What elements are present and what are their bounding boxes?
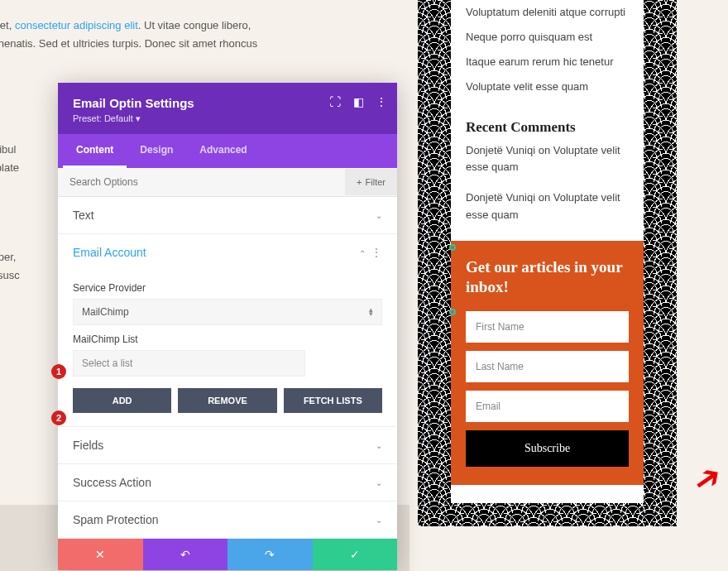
section-more-icon[interactable]: ⋮ bbox=[371, 246, 382, 259]
section-success-action[interactable]: Success Action ⌄ bbox=[58, 464, 397, 501]
preset-dropdown[interactable]: Preset: Default ▾ bbox=[73, 113, 382, 124]
redo-button[interactable]: ↷ bbox=[228, 539, 313, 570]
columns-icon[interactable]: ◧ bbox=[352, 96, 364, 108]
chevron-down-icon: ⌄ bbox=[376, 516, 382, 525]
panel-tabs: Content Design Advanced bbox=[58, 134, 397, 168]
check-icon: ✓ bbox=[350, 548, 360, 561]
annotation-arrow-icon: ➔ bbox=[685, 454, 728, 501]
close-icon: ✕ bbox=[95, 548, 105, 561]
expand-icon[interactable]: ⛶ bbox=[329, 96, 341, 108]
sidebar-post-list: Voluptatum deleniti atque corrupti Neque… bbox=[451, 0, 644, 108]
chevron-up-icon: ⌃ bbox=[359, 249, 366, 258]
add-button[interactable]: ADD bbox=[73, 388, 171, 413]
section-email-account[interactable]: Email Account ⌃⋮ bbox=[58, 234, 397, 271]
fetch-lists-button[interactable]: FETCH LISTS bbox=[284, 388, 382, 413]
list-item[interactable]: Voluptate velit esse quam bbox=[466, 74, 629, 99]
recent-comments-heading: Recent Comments bbox=[451, 108, 644, 142]
cancel-button[interactable]: ✕ bbox=[58, 539, 143, 570]
redo-icon: ↷ bbox=[265, 548, 275, 561]
body-link[interactable]: consectetur adipiscing elit bbox=[15, 19, 138, 31]
mailchimp-list-label: MailChimp List bbox=[73, 333, 382, 345]
section-fields[interactable]: Fields ⌄ bbox=[58, 427, 397, 463]
service-provider-select[interactable]: MailChimp ▴▾ bbox=[73, 299, 382, 325]
service-provider-label: Service Provider bbox=[73, 282, 382, 294]
edit-handle-icon[interactable] bbox=[449, 309, 456, 315]
tab-content[interactable]: Content bbox=[63, 134, 127, 168]
annotation-badge-1: 1 bbox=[51, 364, 66, 379]
select-arrows-icon: ▴▾ bbox=[369, 308, 373, 316]
search-input[interactable] bbox=[58, 168, 345, 196]
sidebar-content: Voluptatum deleniti atque corrupti Neque… bbox=[451, 0, 644, 503]
chevron-down-icon: ⌄ bbox=[376, 211, 382, 220]
chevron-down-icon: ⌄ bbox=[376, 478, 382, 487]
optin-title: Get our articles in your inbox! bbox=[466, 257, 629, 298]
annotation-badge-2: 2 bbox=[51, 410, 66, 425]
comment-item[interactable]: Donjetë Vuniqi on Voluptate velit esse q… bbox=[451, 190, 644, 224]
list-item[interactable]: Neque porro quisquam est bbox=[466, 25, 629, 50]
panel-header[interactable]: Email Optin Settings Preset: Default ▾ ⛶… bbox=[58, 83, 397, 134]
plus-icon: + bbox=[357, 177, 362, 187]
list-item[interactable]: Voluptatum deleniti atque corrupti bbox=[466, 0, 629, 25]
tab-design[interactable]: Design bbox=[127, 134, 186, 168]
edit-handle-icon[interactable] bbox=[449, 244, 456, 251]
filter-button[interactable]: +Filter bbox=[345, 169, 397, 195]
subscribe-button[interactable]: Subscribe bbox=[466, 430, 629, 467]
save-button[interactable]: ✓ bbox=[313, 539, 398, 570]
undo-button[interactable]: ↶ bbox=[143, 539, 228, 570]
section-spam-protection[interactable]: Spam Protection ⌄ bbox=[58, 501, 397, 538]
email-optin-settings-panel: Email Optin Settings Preset: Default ▾ ⛶… bbox=[58, 83, 397, 570]
email-account-body: Service Provider MailChimp ▴▾ MailChimp … bbox=[58, 271, 397, 426]
section-text[interactable]: Text ⌄ bbox=[58, 197, 397, 233]
email-optin-module[interactable]: Get our articles in your inbox! Subscrib… bbox=[451, 241, 644, 485]
search-row: +Filter bbox=[58, 168, 397, 197]
mailchimp-list-select[interactable]: Select a list bbox=[73, 350, 305, 377]
email-field[interactable] bbox=[466, 391, 629, 422]
chevron-down-icon: ⌄ bbox=[376, 441, 382, 450]
page-body-text: or sit amet, consectetur adipiscing elit… bbox=[0, 17, 290, 53]
undo-icon: ↶ bbox=[180, 548, 190, 561]
remove-button[interactable]: REMOVE bbox=[178, 388, 276, 413]
list-item[interactable]: Itaque earum rerum hic tenetur bbox=[466, 50, 629, 74]
tab-advanced[interactable]: Advanced bbox=[186, 134, 260, 168]
first-name-field[interactable] bbox=[466, 311, 629, 343]
sidebar-preview: Voluptatum deleniti atque corrupti Neque… bbox=[418, 0, 677, 526]
panel-footer: ✕ ↶ ↷ ✓ bbox=[58, 539, 397, 570]
comment-item[interactable]: Donjetë Vuniqi on Voluptate velit esse q… bbox=[451, 142, 644, 177]
last-name-field[interactable] bbox=[466, 351, 629, 382]
more-icon[interactable]: ⋮ bbox=[376, 96, 387, 108]
